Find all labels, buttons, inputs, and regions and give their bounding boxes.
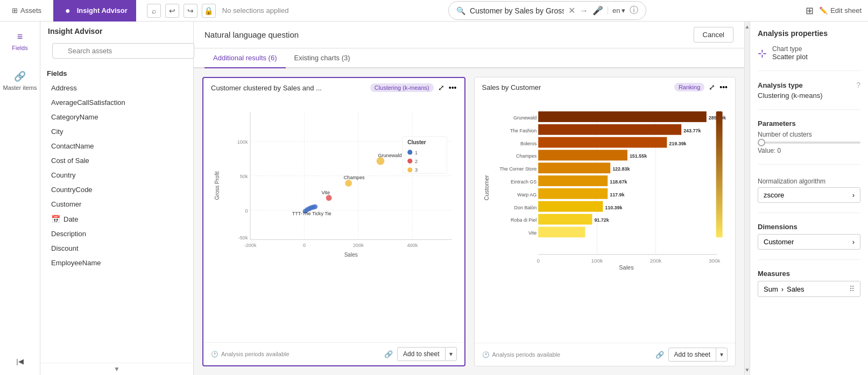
add-to-sheet-arrow-bar-icon[interactable]: ▾ bbox=[716, 348, 727, 361]
selections-icon[interactable]: 🔒 bbox=[202, 4, 216, 18]
measures-section: Measures Sum › Sales ⠿ bbox=[758, 270, 860, 297]
svg-text:151.55k: 151.55k bbox=[629, 153, 646, 159]
link-icon[interactable]: 🔗 bbox=[384, 350, 393, 358]
insight-label: Insight Advisor bbox=[77, 6, 128, 15]
clear-search-icon[interactable]: ✕ bbox=[568, 5, 575, 16]
svg-text:The Corner Store: The Corner Store bbox=[499, 166, 537, 172]
back-icon[interactable]: ↩ bbox=[165, 4, 179, 18]
svg-point-29 bbox=[377, 157, 385, 165]
svg-text:1: 1 bbox=[415, 150, 418, 155]
link-icon-bar[interactable]: 🔗 bbox=[655, 351, 664, 359]
search-icon: 🔍 bbox=[456, 6, 465, 15]
dimension-customer-row[interactable]: Customer › bbox=[758, 234, 860, 250]
field-item-discount[interactable]: Discount bbox=[40, 241, 193, 256]
search-assets-input[interactable] bbox=[52, 43, 194, 59]
edit-sheet-button[interactable]: ✏️ Edit sheet bbox=[819, 6, 862, 15]
analysis-properties-title: Analysis properties bbox=[758, 29, 860, 38]
forward-icon[interactable]: ↪ bbox=[184, 4, 197, 18]
sidebar-item-fields[interactable]: ≡ Fields bbox=[0, 27, 40, 55]
nlq-search-input[interactable] bbox=[470, 6, 564, 15]
add-to-sheet-arrow-icon[interactable]: ▾ bbox=[446, 348, 456, 360]
divider-3 bbox=[758, 164, 860, 165]
field-label: Discount bbox=[51, 244, 79, 252]
measure-grid-icon[interactable]: ⠿ bbox=[849, 285, 855, 293]
measure-sales-row[interactable]: Sum › Sales ⠿ bbox=[758, 281, 860, 297]
cancel-button[interactable]: Cancel bbox=[694, 27, 733, 43]
more-options-bar-icon[interactable]: ••• bbox=[719, 83, 728, 91]
field-label: Country bbox=[51, 171, 76, 179]
svg-text:110.39k: 110.39k bbox=[605, 205, 622, 210]
svg-text:50k: 50k bbox=[240, 174, 248, 179]
field-item-customer[interactable]: Customer bbox=[40, 197, 193, 211]
tab-existing-charts[interactable]: Existing charts (3) bbox=[286, 48, 359, 68]
clock-icon-bar: 🕐 bbox=[482, 351, 490, 358]
ranking-badge: Ranking bbox=[674, 83, 704, 91]
field-label: Date bbox=[63, 215, 78, 223]
field-item-countrycode[interactable]: CountryCode bbox=[40, 182, 193, 197]
submit-search-icon[interactable]: → bbox=[580, 6, 588, 16]
divider-2 bbox=[758, 109, 860, 110]
chevron-down-icon: ▾ bbox=[622, 6, 625, 15]
assets-icon: ⊞ bbox=[12, 6, 18, 15]
svg-text:117.9k: 117.9k bbox=[610, 192, 624, 197]
field-item-description[interactable]: Description bbox=[40, 227, 193, 241]
field-item-costofsale[interactable]: Cost of Sale bbox=[40, 153, 193, 168]
field-item-contactname[interactable]: ContactName bbox=[40, 139, 193, 153]
field-item-averagecallsatisfaction[interactable]: AverageCallSatisfaction bbox=[40, 95, 193, 110]
main-layout: ≡ Fields 🔗 Master items |◀ Insight Advis… bbox=[0, 22, 868, 375]
more-options-icon[interactable]: ••• bbox=[449, 83, 457, 92]
dimensions-section: Dimensions Customer › bbox=[758, 223, 860, 250]
bar-svg: Customer 0 100k 200k 300k Sales bbox=[482, 99, 728, 271]
no-selections-label: No selections applied bbox=[222, 6, 289, 15]
expand-chart-icon[interactable]: ⤢ bbox=[438, 83, 444, 92]
charts-area: Customer clustered by Sales and ... Clus… bbox=[194, 68, 744, 375]
search-bar[interactable]: 🔍 ✕ → 🎤 en ▾ ⓘ bbox=[448, 1, 646, 20]
svg-text:2: 2 bbox=[415, 159, 418, 164]
field-item-city[interactable]: City bbox=[40, 124, 193, 139]
svg-point-25 bbox=[326, 195, 332, 201]
svg-text:300k: 300k bbox=[708, 258, 720, 264]
field-item-date[interactable]: 📅 Date bbox=[40, 211, 193, 227]
expand-chart-bar-icon[interactable]: ⤢ bbox=[709, 83, 715, 91]
grid-icon[interactable]: ⊞ bbox=[806, 5, 814, 17]
tab-additional-results[interactable]: Additional results (6) bbox=[204, 48, 286, 68]
scroll-down-icon[interactable]: ▼ bbox=[114, 365, 120, 373]
svg-rect-66 bbox=[538, 188, 608, 199]
sidebar-item-master-items[interactable]: 🔗 Master items bbox=[0, 66, 40, 95]
analysis-type-help-icon[interactable]: ? bbox=[856, 81, 860, 89]
field-item-country[interactable]: Country bbox=[40, 168, 193, 182]
field-item-categoryname[interactable]: CategoryName bbox=[40, 110, 193, 124]
slider-thumb[interactable] bbox=[758, 139, 765, 146]
fields-section-header[interactable]: Fields bbox=[40, 66, 193, 81]
nlq-title: Natural language question bbox=[204, 30, 299, 39]
info-icon[interactable]: ⓘ bbox=[630, 5, 638, 16]
scroll-up-icon[interactable]: ▲ bbox=[745, 22, 750, 30]
mic-icon[interactable]: 🎤 bbox=[592, 5, 603, 16]
lang-selector[interactable]: en ▾ bbox=[608, 6, 625, 15]
scroll-indicator: ▲ ▼ bbox=[744, 22, 750, 375]
field-label: Customer bbox=[51, 200, 81, 208]
scatter-plot-icon: ⊹ bbox=[758, 47, 767, 60]
svg-text:0: 0 bbox=[303, 243, 306, 248]
svg-text:200k: 200k bbox=[353, 243, 364, 248]
assets-tab[interactable]: ⊞ Assets bbox=[6, 6, 47, 15]
svg-text:Eintrach GS: Eintrach GS bbox=[511, 179, 537, 185]
analysis-type-section: Analysis type ? Clustering (k-means) bbox=[758, 81, 860, 100]
add-to-sheet-button-bar[interactable]: Add to sheet ▾ bbox=[668, 348, 728, 362]
normalization-select[interactable]: zscore › bbox=[758, 187, 860, 203]
smart-search-icon[interactable]: ⌕ bbox=[147, 4, 161, 18]
expand-sidebar-button[interactable]: |◀ bbox=[16, 353, 23, 370]
slider-container[interactable] bbox=[758, 141, 860, 144]
bar-chart-footer: 🕐 Analysis periods available 🔗 Add to sh… bbox=[475, 343, 736, 366]
scroll-down-indicator-icon[interactable]: ▼ bbox=[745, 367, 750, 375]
field-item-employeename[interactable]: EmployeeName bbox=[40, 256, 193, 270]
svg-text:243.77k: 243.77k bbox=[683, 128, 701, 133]
insight-advisor-tab[interactable]: ● Insight Advisor bbox=[53, 0, 136, 22]
field-item-address[interactable]: Address bbox=[40, 81, 193, 95]
add-to-sheet-button-scatter[interactable]: Add to sheet ▾ bbox=[397, 347, 456, 361]
insight-advisor-panel-title: Insight Advisor bbox=[40, 22, 193, 39]
edit-icon: ✏️ bbox=[819, 6, 828, 15]
scatter-svg: 100k 50k 0 -50k -200k 0 200k 400k Sales … bbox=[211, 100, 457, 272]
svg-point-33 bbox=[407, 150, 412, 154]
svg-text:Sales: Sales bbox=[619, 264, 634, 271]
